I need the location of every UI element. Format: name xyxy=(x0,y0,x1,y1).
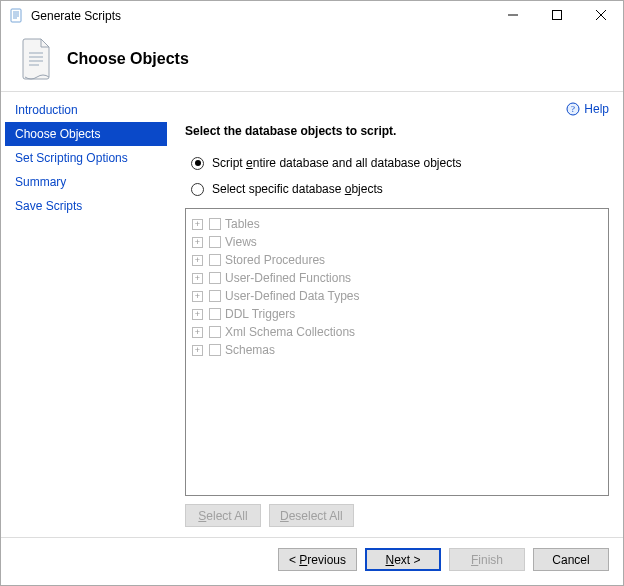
help-icon: ? xyxy=(566,102,580,116)
minimize-button[interactable] xyxy=(491,1,535,29)
tree-label: Tables xyxy=(225,215,260,233)
tree-row[interactable]: + Tables xyxy=(192,215,602,233)
wizard-footer: < Previous Next > Finish Cancel xyxy=(1,538,623,585)
svg-rect-2 xyxy=(553,11,562,20)
tree-label: DDL Triggers xyxy=(225,305,295,323)
checkbox-icon[interactable] xyxy=(209,308,221,320)
checkbox-icon[interactable] xyxy=(209,326,221,338)
tree-label: Stored Procedures xyxy=(225,251,325,269)
radio-select-specific[interactable]: Select specific database objects xyxy=(191,182,609,196)
checkbox-icon[interactable] xyxy=(209,344,221,356)
nav-item-set-scripting-options[interactable]: Set Scripting Options xyxy=(5,146,167,170)
svg-text:?: ? xyxy=(571,104,575,114)
wizard-header: Choose Objects xyxy=(1,31,623,91)
deselect-all-button: Deselect All xyxy=(269,504,354,527)
maximize-button[interactable] xyxy=(535,1,579,29)
checkbox-icon[interactable] xyxy=(209,272,221,284)
panel-heading: Select the database objects to script. xyxy=(185,124,609,138)
page-title: Choose Objects xyxy=(67,50,189,68)
tree-row[interactable]: + Stored Procedures xyxy=(192,251,602,269)
nav-item-summary[interactable]: Summary xyxy=(5,170,167,194)
expand-icon[interactable]: + xyxy=(192,309,203,320)
tree-row[interactable]: + Views xyxy=(192,233,602,251)
tree-label: User-Defined Functions xyxy=(225,269,351,287)
wizard-nav: Introduction Choose Objects Set Scriptin… xyxy=(1,92,171,537)
nav-item-introduction[interactable]: Introduction xyxy=(5,98,167,122)
wizard-body: Introduction Choose Objects Set Scriptin… xyxy=(1,92,623,537)
tree-actions: Select All Deselect All xyxy=(185,504,609,527)
tree-label: Xml Schema Collections xyxy=(225,323,355,341)
previous-button[interactable]: < Previous xyxy=(278,548,357,571)
tree-row[interactable]: + User-Defined Data Types xyxy=(192,287,602,305)
tree-row[interactable]: + Schemas xyxy=(192,341,602,359)
window-controls xyxy=(491,1,623,31)
help-label: Help xyxy=(584,102,609,116)
app-icon xyxy=(9,8,25,24)
tree-label: Views xyxy=(225,233,257,251)
tree-row[interactable]: + DDL Triggers xyxy=(192,305,602,323)
help-link[interactable]: ? Help xyxy=(566,102,609,116)
nav-item-save-scripts[interactable]: Save Scripts xyxy=(5,194,167,218)
wizard-panel: ? Help Select the database objects to sc… xyxy=(171,92,623,537)
expand-icon[interactable]: + xyxy=(192,345,203,356)
tree-label: Schemas xyxy=(225,341,275,359)
checkbox-icon[interactable] xyxy=(209,254,221,266)
cancel-button[interactable]: Cancel xyxy=(533,548,609,571)
select-all-button: Select All xyxy=(185,504,261,527)
checkbox-icon[interactable] xyxy=(209,290,221,302)
titlebar: Generate Scripts xyxy=(1,1,623,31)
expand-icon[interactable]: + xyxy=(192,291,203,302)
checkbox-icon[interactable] xyxy=(209,236,221,248)
radio-label-specific: Select specific database objects xyxy=(212,182,383,196)
expand-icon[interactable]: + xyxy=(192,255,203,266)
expand-icon[interactable]: + xyxy=(192,327,203,338)
expand-icon[interactable]: + xyxy=(192,237,203,248)
radio-icon xyxy=(191,157,204,170)
next-button[interactable]: Next > xyxy=(365,548,441,571)
close-button[interactable] xyxy=(579,1,623,29)
checkbox-icon[interactable] xyxy=(209,218,221,230)
window-title: Generate Scripts xyxy=(31,9,491,23)
nav-item-choose-objects[interactable]: Choose Objects xyxy=(5,122,167,146)
tree-label: User-Defined Data Types xyxy=(225,287,360,305)
script-icon xyxy=(19,39,55,79)
tree-row[interactable]: + Xml Schema Collections xyxy=(192,323,602,341)
expand-icon[interactable]: + xyxy=(192,273,203,284)
objects-tree[interactable]: + Tables + Views + Stored Procedures + U… xyxy=(185,208,609,496)
radio-icon xyxy=(191,183,204,196)
expand-icon[interactable]: + xyxy=(192,219,203,230)
radio-script-entire[interactable]: Script entire database and all database … xyxy=(191,156,609,170)
radio-label-entire: Script entire database and all database … xyxy=(212,156,462,170)
finish-button: Finish xyxy=(449,548,525,571)
tree-row[interactable]: + User-Defined Functions xyxy=(192,269,602,287)
